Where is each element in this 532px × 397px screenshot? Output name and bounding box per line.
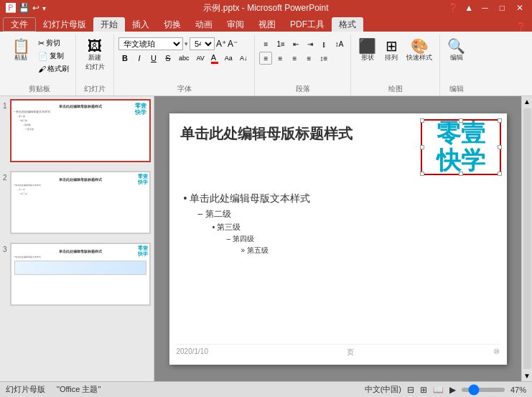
slide-thumbnail-1[interactable]: 零壹快学 单击此处编辑母版标题样式 • 单击此处编辑母版文本样式 – 第二级 •… [10, 99, 151, 162]
scroll-up-icon[interactable]: ▲ [523, 98, 531, 106]
format-painter-button[interactable]: 🖌 格式刷 [36, 63, 71, 75]
new-slide-button[interactable]: 🖼 新建 幻灯片 [80, 37, 109, 73]
font-size-down-icon[interactable]: A⁻ [228, 39, 238, 49]
ribbon-help-icon[interactable]: ❓ [510, 22, 532, 32]
scroll-track[interactable] [523, 108, 531, 369]
footer-mid: 页 [347, 347, 354, 358]
scroll-down-icon[interactable]: ▼ [523, 372, 531, 380]
font-label: 字体 [177, 84, 192, 95]
numbering-button[interactable]: 1≡ [274, 37, 287, 50]
copy-icon: 📄 [38, 52, 48, 61]
slide-thumbnail-2[interactable]: 零壹快学 单击此处编辑母版标题样式 • 单击此处编辑母版文本样式 – 第二级 •… [10, 171, 151, 234]
clipboard-label: 剪贴板 [29, 84, 50, 95]
watermark-container[interactable]: 零壹 快学 [421, 119, 501, 175]
slide-thumbnail-3[interactable]: 零壹快学 单击此处编辑母版标题样式 • 单击此处编辑母版文本样式 [10, 243, 151, 306]
paste-button[interactable]: 📋 粘贴 [7, 37, 34, 64]
strikethrough-button[interactable]: S [162, 52, 174, 65]
line-spacing-button[interactable]: ↕≡ [317, 52, 330, 65]
align-center-button[interactable]: ≡ [274, 52, 286, 65]
tab-view[interactable]: 视图 [251, 17, 283, 32]
view-slide-sorter-icon[interactable]: ⊞ [420, 385, 427, 395]
zoom-level: 47% [510, 386, 526, 394]
cut-button[interactable]: ✂ 剪切 [36, 37, 71, 49]
tab-transitions[interactable]: 切换 [157, 17, 188, 32]
minimize-button[interactable]: ─ [479, 3, 491, 13]
justify-button[interactable]: ≡ [302, 52, 315, 65]
shadow-button[interactable]: abc [176, 52, 192, 65]
quick-access-save[interactable]: 💾 [19, 3, 29, 13]
vertical-scrollbar[interactable]: ▲ ▼ [521, 96, 532, 381]
highlight-button[interactable]: Aa [222, 52, 235, 65]
edit-icon: 🔍 [447, 39, 465, 53]
view-slideshow-icon[interactable]: ▶ [449, 385, 456, 395]
slide-canvas[interactable]: 单击此处编辑母版标题样式 零壹 快学 [169, 113, 507, 365]
align-right-button[interactable]: ≡ [288, 52, 301, 65]
tab-review[interactable]: 审阅 [220, 17, 251, 32]
tab-animations[interactable]: 动画 [188, 17, 220, 32]
font-color-button[interactable]: A [209, 52, 220, 65]
ribbon-group-paragraph: ≡ 1≡ ⇤ ⇥ ⫿ ↕A ≡ ≡ ≡ ≡ ↕≡ 段落 [255, 34, 351, 95]
slide-panel[interactable]: 1 零壹快学 单击此处编辑母版标题样式 • 单击此处编辑母版文本样式 – 第二级… [0, 96, 154, 381]
bullets-button[interactable]: ≡ [259, 37, 272, 50]
quick-style-icon: 🎨 [411, 39, 429, 53]
slides-label: 幻灯片 [84, 84, 106, 95]
ribbon: 📋 粘贴 ✂ 剪切 📄 复制 🖌 格式刷 剪贴板 [0, 32, 532, 96]
paragraph-label: 段落 [296, 84, 310, 95]
cut-icon: ✂ [38, 39, 45, 48]
text-direction-button[interactable]: ↕A [332, 37, 347, 50]
footer-date: 2020/1/10 [177, 347, 209, 358]
drawing-label: 绘图 [388, 84, 403, 95]
maximize-button[interactable]: □ [497, 3, 508, 13]
help-button[interactable]: ❓ [448, 3, 459, 13]
tab-slidemaster[interactable]: 幻灯片母版 [36, 17, 93, 32]
font-name-select[interactable]: 华文琥珀 [118, 37, 183, 50]
title-bar-controls: ❓ ▲ ─ □ ✕ [448, 3, 526, 13]
arrange-button[interactable]: ⊞ 排列 [381, 37, 402, 64]
font-size-select[interactable]: 54 [190, 37, 215, 50]
tab-insert[interactable]: 插入 [125, 17, 157, 32]
bullet-4: – 第四级 [227, 234, 493, 244]
tab-file[interactable]: 文件 [3, 17, 36, 32]
edit-button[interactable]: 🔍 编辑 [444, 37, 468, 64]
columns-button[interactable]: ⫿ [318, 37, 331, 50]
tab-home[interactable]: 开始 [93, 17, 125, 32]
view-normal-icon[interactable]: ⊟ [407, 385, 414, 395]
tab-pdf[interactable]: PDF工具 [283, 17, 332, 32]
slides-content: 🖼 新建 幻灯片 [80, 34, 109, 84]
ribbon-group-slides: 🖼 新建 幻灯片 幻灯片 [76, 34, 114, 95]
char-spacing-button[interactable]: AV [194, 52, 207, 65]
view-mode-label: 幻灯片母版 [6, 384, 45, 395]
window-title: 示例.pptx - Microsoft PowerPoint [203, 2, 328, 14]
close-button[interactable]: ✕ [513, 3, 526, 13]
drawing-content: ⬛ 形状 ⊞ 排列 🎨 快速样式 [355, 34, 435, 84]
clear-format-button[interactable]: A↓ [237, 52, 251, 65]
new-slide-icon: 🖼 [88, 39, 102, 53]
bold-button[interactable]: B [118, 52, 131, 65]
bullet-1: • 单击此处编辑母版文本样式 [184, 192, 493, 205]
status-bar-right: 中文(中国) ⊟ ⊞ 📖 ▶ 47% [365, 384, 526, 395]
increase-indent-button[interactable]: ⇥ [304, 37, 317, 50]
bullet-5: » 第五级 [241, 246, 493, 256]
copy-button[interactable]: 📄 复制 [36, 50, 71, 62]
arrange-icon: ⊞ [386, 39, 398, 53]
underline-button[interactable]: U [147, 52, 160, 65]
format-painter-icon: 🖌 [38, 65, 46, 73]
italic-button[interactable]: I [133, 52, 146, 65]
tab-format[interactable]: 格式 [332, 17, 363, 32]
ribbon-toggle[interactable]: ▲ [465, 3, 473, 13]
ribbon-group-font: 华文琥珀 ▾ 54 A⁺ A⁻ B I U S abc AV A Aa A↓ [114, 34, 255, 95]
main-area: 1 零壹快学 单击此处编辑母版标题样式 • 单击此处编辑母版文本样式 – 第二级… [0, 96, 532, 381]
font-size-up-icon[interactable]: A⁺ [216, 39, 226, 49]
zoom-slider[interactable] [462, 388, 505, 392]
status-bar: 幻灯片母版 "Office 主题" 中文(中国) ⊟ ⊞ 📖 ▶ 47% [0, 381, 532, 397]
shape-button[interactable]: ⬛ 形状 [355, 37, 379, 64]
align-left-button[interactable]: ≡ [259, 52, 272, 65]
quick-access-undo[interactable]: ↩ [32, 3, 39, 13]
format-painter-label: 格式刷 [47, 64, 69, 74]
quick-style-button[interactable]: 🎨 快速样式 [403, 37, 435, 64]
title-bar: 🅿 💾 ↩ ▾ 示例.pptx - Microsoft PowerPoint ❓… [0, 0, 532, 16]
quick-access-dropdown[interactable]: ▾ [42, 4, 46, 12]
decrease-indent-button[interactable]: ⇤ [289, 37, 302, 50]
para-row1: ≡ 1≡ ⇤ ⇥ ⫿ ↕A [259, 37, 346, 50]
view-reading-icon[interactable]: 📖 [433, 385, 444, 395]
